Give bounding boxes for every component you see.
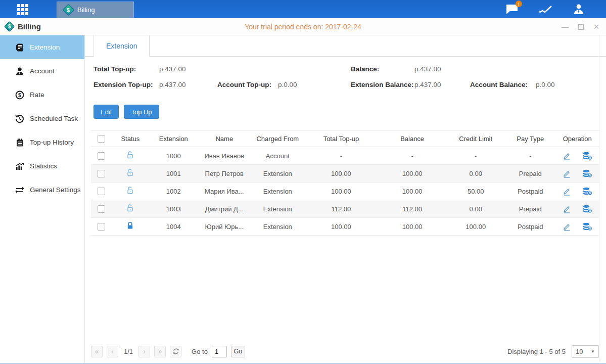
sidebar-item-rate[interactable]: $ Rate bbox=[0, 83, 84, 107]
total-topup-cell: - bbox=[304, 147, 378, 165]
messages-icon[interactable]: ! bbox=[505, 3, 519, 15]
first-page-button[interactable]: « bbox=[91, 346, 103, 357]
last-page-button[interactable]: » bbox=[154, 346, 166, 357]
pagination-bar: « ‹ 1/1 › » Go to Go Displaying 1 - 5 of… bbox=[91, 340, 599, 363]
status-cell bbox=[111, 147, 149, 165]
close-button[interactable]: × bbox=[593, 23, 600, 30]
prev-page-button[interactable]: ‹ bbox=[107, 346, 118, 357]
pay-type-cell: Postpaid bbox=[505, 183, 556, 200]
user-account-icon[interactable] bbox=[572, 3, 586, 15]
operation-cell: $ bbox=[556, 222, 599, 231]
page-size-select[interactable]: 10 ▼ bbox=[572, 345, 599, 358]
page-size-value: 10 bbox=[576, 348, 583, 355]
sidebar-item-label: Statistics bbox=[30, 162, 57, 170]
svg-text:$: $ bbox=[589, 173, 591, 177]
refresh-icon bbox=[172, 348, 179, 355]
row-checkbox[interactable] bbox=[98, 170, 105, 177]
sidebar-item-label: Top-up History bbox=[30, 139, 74, 146]
operation-cell: $ bbox=[556, 205, 599, 213]
charged-from-cell: Extension bbox=[251, 183, 305, 200]
balance-value: p.437.00 bbox=[414, 65, 441, 73]
extension-balance-value: p.437.00 bbox=[414, 81, 441, 88]
edit-row-icon[interactable] bbox=[563, 169, 571, 178]
svg-text:$: $ bbox=[589, 191, 591, 195]
account-balance-label: Account Balance: bbox=[470, 81, 528, 88]
edit-row-icon[interactable] bbox=[563, 222, 571, 231]
top-up-row-icon[interactable]: $ bbox=[582, 222, 592, 231]
edit-button[interactable]: Edit bbox=[94, 105, 119, 119]
pay-type-cell: Postpaid bbox=[505, 218, 556, 236]
status-cell bbox=[111, 200, 149, 218]
operation-cell: $ bbox=[556, 152, 599, 160]
total-topup-cell: 100.00 bbox=[304, 165, 378, 183]
select-all-checkbox[interactable] bbox=[98, 135, 105, 143]
taskbar-tab-billing[interactable]: $ Billing bbox=[57, 2, 134, 18]
scheduled-task-icon bbox=[15, 114, 24, 123]
credit-limit-cell: 0.00 bbox=[446, 165, 505, 183]
col-charged-from: Charged From bbox=[251, 130, 305, 147]
total-topup-cell: 100.00 bbox=[304, 183, 378, 200]
sidebar-item-label: Extension bbox=[30, 43, 60, 51]
name-cell: Петр Петров bbox=[198, 165, 251, 183]
main-content: Extension Total Top-up: p.437.00 Balance… bbox=[85, 35, 606, 363]
row-checkbox[interactable] bbox=[98, 152, 105, 160]
goto-page-input[interactable] bbox=[212, 346, 227, 357]
top-up-row-icon[interactable]: $ bbox=[582, 205, 592, 213]
chevron-down-icon: ▼ bbox=[591, 349, 595, 354]
sidebar-item-topup-history[interactable]: Top-up History bbox=[0, 130, 84, 154]
account-topup-value: p.0.00 bbox=[278, 81, 297, 88]
page-indicator: 1/1 bbox=[124, 348, 133, 355]
top-up-row-icon[interactable]: $ bbox=[582, 187, 592, 196]
name-cell: Иван Иванов bbox=[198, 147, 251, 165]
pay-type-cell: - bbox=[505, 147, 556, 165]
charged-from-cell: Extension bbox=[251, 218, 305, 236]
top-up-row-icon[interactable]: $ bbox=[582, 169, 592, 178]
apps-grid-icon[interactable] bbox=[17, 4, 28, 15]
svg-text:$: $ bbox=[589, 226, 591, 231]
sidebar-item-label: Scheduled Task bbox=[30, 115, 78, 122]
go-button[interactable]: Go bbox=[231, 346, 245, 357]
maximize-button[interactable] bbox=[577, 23, 584, 30]
sidebar-item-extension[interactable]: Extension bbox=[0, 35, 84, 59]
total-topup-cell: 112.00 bbox=[304, 200, 378, 218]
balance-cell: 112.00 bbox=[378, 200, 447, 218]
displaying-text: Displaying 1 - 5 of 5 bbox=[507, 348, 566, 355]
col-pay-type: Pay Type bbox=[505, 130, 556, 147]
tab-extension[interactable]: Extension bbox=[94, 35, 150, 57]
row-checkbox[interactable] bbox=[98, 188, 105, 195]
edit-row-icon[interactable] bbox=[563, 152, 571, 160]
top-up-row-icon[interactable]: $ bbox=[582, 152, 592, 160]
sidebar-item-scheduled-task[interactable]: Scheduled Task bbox=[0, 107, 84, 130]
extension-cell: 1002 bbox=[150, 183, 198, 200]
minimize-button[interactable] bbox=[562, 23, 569, 30]
statistics-chart-icon[interactable] bbox=[538, 3, 552, 15]
goto-label: Go to bbox=[192, 348, 208, 355]
col-name: Name bbox=[198, 130, 251, 147]
sidebar-item-account[interactable]: Account bbox=[0, 59, 84, 83]
credit-limit-cell: 50.00 bbox=[446, 183, 505, 200]
balance-cell: - bbox=[378, 147, 447, 165]
billing-diamond-icon: $ bbox=[62, 4, 74, 16]
row-checkbox[interactable] bbox=[98, 223, 105, 231]
svg-text:$: $ bbox=[18, 92, 21, 98]
account-icon bbox=[15, 67, 24, 76]
edit-row-icon[interactable] bbox=[563, 187, 571, 196]
total-topup-label: Total Top-up: bbox=[94, 65, 136, 73]
row-checkbox[interactable] bbox=[98, 205, 105, 213]
table-row: 1002Мария Ива...Extension100.00100.0050.… bbox=[91, 183, 599, 200]
next-page-button[interactable]: › bbox=[138, 346, 150, 357]
edit-row-icon[interactable] bbox=[563, 205, 571, 213]
sidebar-item-statistics[interactable]: Statistics bbox=[0, 154, 84, 178]
lock-open-icon bbox=[126, 204, 134, 212]
sidebar-item-label: General Settings bbox=[30, 186, 81, 194]
charged-from-cell: Extension bbox=[251, 165, 305, 183]
extension-icon bbox=[15, 43, 24, 52]
refresh-button[interactable] bbox=[170, 346, 181, 357]
extension-cell: 1004 bbox=[150, 218, 198, 236]
top-up-button[interactable]: Top Up bbox=[124, 105, 159, 119]
col-balance: Balance bbox=[378, 130, 447, 147]
app-logo-icon: $ bbox=[4, 21, 15, 32]
extension-cell: 1003 bbox=[150, 200, 198, 218]
sidebar-item-general-settings[interactable]: General Settings bbox=[0, 178, 84, 202]
notification-badge: ! bbox=[516, 1, 522, 7]
